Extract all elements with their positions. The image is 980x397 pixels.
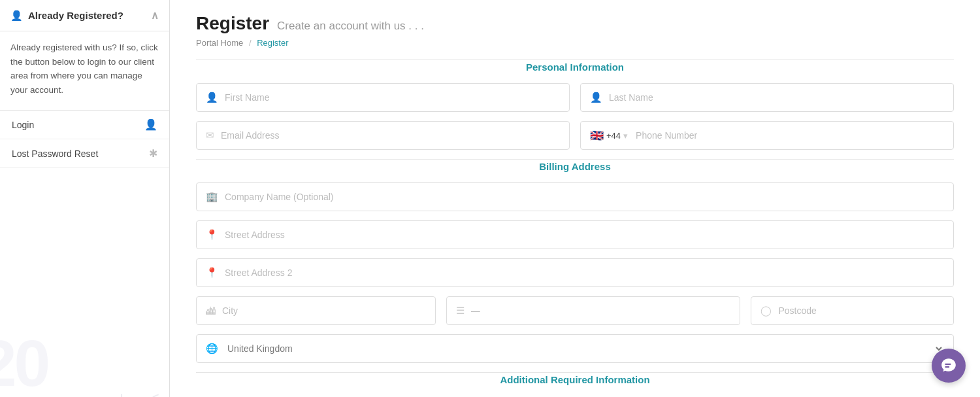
flag-icon: 🇬🇧 [590,129,604,143]
page-title: Register [196,13,269,34]
page-subtitle: Create an account with us . . . [277,20,424,33]
globe-icon: 🌐 [206,343,218,354]
phone-field[interactable]: 🇬🇧 +44 ▾ [580,121,954,150]
street2-row: 📍 [196,258,954,287]
street2-field[interactable]: 📍 [196,258,954,287]
phone-prefix: 🇬🇧 +44 ▾ [590,129,630,143]
asterisk-icon: ✱ [149,147,157,160]
breadcrumb-home[interactable]: Portal Home [196,38,243,48]
sidebar-item-lost-password[interactable]: Lost Password Reset ✱ [0,139,169,168]
postcode-field[interactable]: ◯ [751,296,954,325]
first-name-field[interactable]: 👤 [196,83,570,112]
state-icon: ☰ [456,305,465,317]
city-field[interactable]: 🏙 [196,296,436,325]
sidebar-item-login[interactable]: Login 👤 [0,111,169,139]
country-field[interactable]: 🌐 United Kingdom [196,334,954,363]
street2-input[interactable] [225,268,944,278]
country-row: 🌐 United Kingdom [196,334,954,363]
last-name-input[interactable] [609,92,944,103]
sidebar-header[interactable]: 👤 Already Registered? ∧ [0,0,169,31]
street1-row: 📍 [196,220,954,249]
phone-sep: ▾ [623,131,628,141]
street2-icon: 📍 [206,267,218,279]
sidebar: 👤 Already Registered? ∧ Already register… [0,0,170,397]
name-row: 👤 👤 [196,83,954,112]
contact-row: ✉ 🇬🇧 +44 ▾ [196,121,954,150]
email-input[interactable] [221,130,560,141]
watermark: 20 [0,330,48,396]
personal-divider [196,159,954,160]
company-field[interactable]: 🏢 [196,182,954,211]
street1-input[interactable] [225,230,944,240]
breadcrumb-sep: / [249,38,252,48]
person-icon-2: 👤 [590,92,602,103]
postcode-input[interactable] [778,305,944,316]
breadcrumb-active: Register [257,38,288,48]
city-icon: 🏙 [206,305,216,317]
sidebar-header-label: Already Registered? [28,10,123,21]
street-icon: 📍 [206,229,218,241]
user-circle-icon: 👤 [144,118,157,131]
sidebar-body-text: Already registered with us? If so, click… [0,31,169,111]
postcode-icon: ◯ [760,305,772,317]
lost-password-label: Lost Password Reset [12,148,98,159]
user-icon: 👤 [10,10,23,22]
billing-address-label: Billing Address [196,161,954,172]
street1-field[interactable]: 📍 [196,220,954,249]
watermark-fa-text: یک پرداخت خوب [62,392,163,397]
main-content: Register Create an account with us . . .… [170,0,980,397]
phone-prefix-code: +44 [606,131,621,141]
country-select[interactable]: United Kingdom [225,343,944,354]
email-field[interactable]: ✉ [196,121,570,150]
company-input[interactable] [225,192,944,202]
city-input[interactable] [222,305,426,316]
chevron-up-icon: ∧ [151,9,159,22]
chat-icon [940,357,957,374]
person-icon: 👤 [206,92,218,103]
login-label: Login [12,120,34,130]
billing-divider [196,372,954,373]
city-state-post-row: 🏙 ☰ ◯ [196,296,954,325]
company-row: 🏢 [196,182,954,211]
chat-button[interactable] [932,349,966,383]
additional-info-label: Additional Required Information [196,374,954,385]
company-icon: 🏢 [206,191,218,203]
email-icon: ✉ [206,129,214,141]
personal-info-label: Personal Information [196,61,954,73]
breadcrumb: Portal Home / Register [196,38,954,48]
first-name-input[interactable] [225,92,560,103]
last-name-field[interactable]: 👤 [580,83,954,112]
header-divider [196,60,954,60]
phone-input[interactable] [636,130,944,141]
state-input[interactable] [471,305,731,316]
state-field[interactable]: ☰ [446,296,741,325]
